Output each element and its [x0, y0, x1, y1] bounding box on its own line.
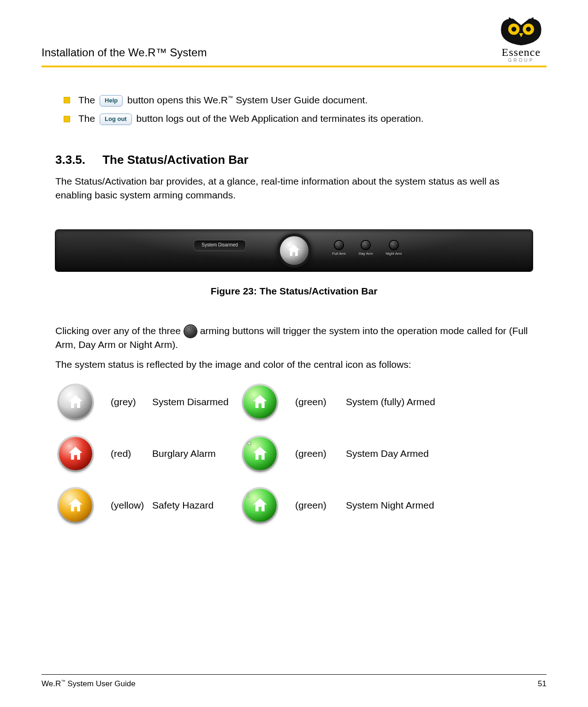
text: Clicking over any of the three [55, 325, 184, 336]
house-icon [66, 444, 85, 463]
section-title: The Status/Activation Bar [102, 153, 248, 167]
burglary-orb-icon [59, 437, 92, 470]
color-note: (yellow) [111, 498, 152, 512]
color-note: (red) [111, 447, 152, 461]
paragraph: The system status is reflected by the im… [55, 358, 533, 371]
house-icon [251, 496, 269, 515]
owl-icon [496, 14, 546, 46]
brand-logo: Essence GROUP [496, 14, 546, 63]
status-activation-bar: System Disarmed Full Arm Day Arm Night A… [55, 230, 533, 271]
status-label: System Day Armed [346, 447, 533, 461]
color-note: (green) [295, 447, 346, 461]
text: button opens this We.R [127, 95, 228, 105]
arming-dot-icon [184, 325, 196, 337]
label: Night Arm [386, 251, 402, 257]
color-note: (green) [295, 395, 346, 409]
night-arm-button[interactable]: Night Arm [386, 241, 402, 257]
brand-name: Essence [496, 46, 546, 59]
svg-point-3 [526, 27, 531, 32]
section-number: 3.3.5. [55, 151, 99, 169]
svg-point-2 [511, 27, 517, 32]
sun-icon: ☀ [246, 439, 252, 448]
day-arm-button[interactable]: Day Arm [359, 241, 373, 257]
night-arm-orb-icon: ☾ [244, 489, 277, 522]
logout-button[interactable]: Log out [100, 114, 132, 125]
dot-icon [335, 241, 343, 249]
help-button[interactable]: Help [100, 95, 123, 107]
status-label: Safety Hazard [152, 498, 240, 512]
section-heading: 3.3.5. The Status/Activation Bar [55, 151, 533, 169]
bullet-help: The Help button opens this We.R™ System … [64, 93, 533, 107]
hazard-orb-icon [59, 489, 92, 522]
tm-symbol: ™ [228, 95, 233, 101]
section-intro: The Status/Activation bar provides, at a… [55, 174, 533, 203]
page-number: 51 [538, 679, 546, 689]
status-label: System (fully) Armed [346, 395, 533, 409]
status-label: System Night Armed [346, 498, 533, 512]
label: Day Arm [359, 251, 373, 257]
house-icon [286, 243, 302, 258]
chapter-title: Installation of the We.R™ System [42, 46, 207, 63]
full-arm-button[interactable]: Full Arm [332, 241, 345, 257]
status-label: System Disarmed [152, 395, 240, 409]
disarmed-orb-icon [59, 385, 92, 419]
text: The [78, 95, 98, 105]
label: Full Arm [332, 251, 345, 257]
house-icon [251, 393, 269, 411]
text: button logs out of the Web Application a… [137, 113, 424, 124]
house-icon [66, 393, 85, 411]
figure-caption: Figure 23: The Status/Activation Bar [55, 284, 533, 298]
text: The [78, 113, 98, 124]
color-note: (green) [295, 498, 346, 512]
house-icon [251, 444, 269, 463]
tm-symbol: ™ [61, 679, 65, 684]
status-label: Burglary Alarm [152, 447, 240, 461]
status-label: System Disarmed [194, 240, 246, 251]
day-arm-orb-icon: ☀ [244, 437, 277, 470]
square-bullet-icon [64, 97, 70, 103]
house-icon [66, 496, 85, 515]
square-bullet-icon [64, 116, 70, 122]
bullet-logout: The Log out button logs out of the Web A… [64, 112, 533, 126]
full-arm-orb-icon [244, 385, 277, 419]
moon-icon: ☾ [246, 491, 252, 500]
dot-icon [362, 241, 370, 249]
color-note: (grey) [111, 395, 152, 409]
dot-icon [390, 241, 398, 249]
home-status-orb[interactable] [280, 236, 309, 265]
text: System User Guide document. [233, 95, 368, 105]
paragraph: Clicking over any of the three arming bu… [55, 324, 533, 352]
footer-doc-title: We.R™ System User Guide [42, 679, 136, 689]
